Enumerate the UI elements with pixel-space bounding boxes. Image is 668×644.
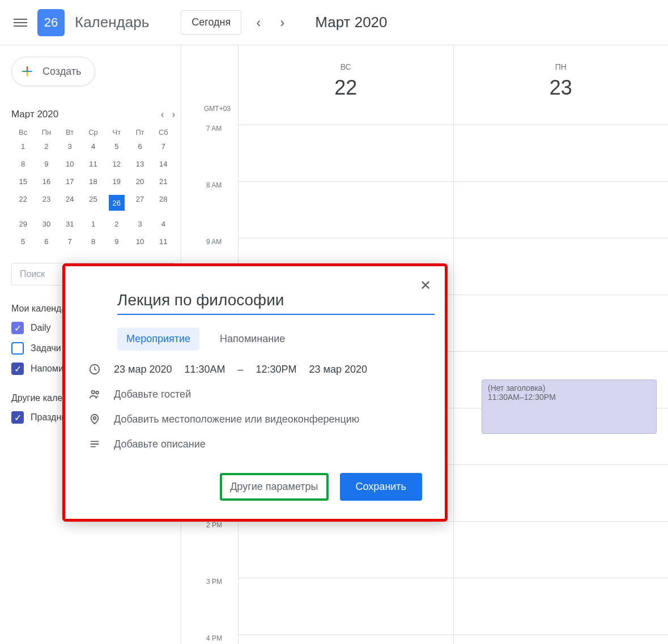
mini-prev-icon[interactable]: ‹ — [161, 109, 164, 119]
timezone-label: GMT+03 — [204, 105, 231, 113]
mini-day-cell[interactable]: 26 — [105, 191, 128, 214]
location-label: Добавить местоположение или видеоконфере… — [114, 413, 359, 425]
hour-row[interactable] — [238, 125, 668, 181]
close-icon[interactable]: ✕ — [420, 278, 431, 293]
next-week-icon[interactable]: › — [280, 15, 284, 31]
mini-day-cell[interactable]: 5 — [11, 234, 35, 249]
checkbox-icon[interactable]: ✓ — [11, 411, 24, 424]
mini-day-header: Чт — [105, 128, 128, 137]
calendar-label: Задачи — [31, 343, 61, 353]
mini-day-cell[interactable]: 17 — [58, 174, 82, 189]
mini-day-cell[interactable]: 11 — [82, 156, 105, 172]
mini-day-cell[interactable]: 27 — [128, 191, 151, 214]
app-title: Календарь — [75, 14, 149, 31]
mini-day-cell[interactable]: 8 — [11, 156, 35, 172]
checkbox-icon[interactable] — [11, 342, 24, 355]
mini-day-cell[interactable]: 23 — [35, 191, 58, 214]
mini-day-cell[interactable]: 20 — [128, 174, 151, 189]
start-date: 23 мар 2020 — [114, 364, 172, 376]
mini-day-cell[interactable]: 4 — [82, 139, 105, 154]
hour-row[interactable] — [238, 521, 668, 578]
today-button[interactable]: Сегодня — [181, 10, 241, 35]
mini-day-cell[interactable]: 28 — [152, 191, 175, 214]
mini-day-cell[interactable]: 6 — [128, 139, 151, 154]
event-title: (Нет заголовка) — [488, 383, 650, 393]
mini-day-cell[interactable]: 4 — [152, 216, 175, 232]
mini-day-cell[interactable]: 16 — [35, 174, 58, 189]
hour-row[interactable] — [238, 578, 668, 634]
mini-day-header: Сб — [152, 128, 175, 137]
event-title-input[interactable] — [117, 289, 435, 315]
clock-icon — [88, 363, 101, 376]
hour-label: 2 PM — [206, 521, 226, 578]
hamburger-icon[interactable] — [14, 16, 27, 29]
mini-day-cell[interactable]: 7 — [58, 234, 82, 249]
mini-day-cell[interactable]: 19 — [105, 174, 128, 189]
event-dialog: ✕ Мероприятие Напоминание 23 мар 2020 11… — [62, 263, 448, 522]
mini-day-cell[interactable]: 14 — [152, 156, 175, 172]
mini-day-cell[interactable]: 6 — [35, 234, 58, 249]
mini-day-cell[interactable]: 1 — [11, 139, 35, 154]
tab-event[interactable]: Мероприятие — [117, 327, 199, 351]
mini-day-cell[interactable]: 3 — [58, 139, 82, 154]
mini-day-cell[interactable]: 1 — [82, 216, 105, 232]
hour-row[interactable] — [238, 181, 668, 238]
mini-day-cell[interactable]: 21 — [152, 174, 175, 189]
save-button[interactable]: Сохранить — [340, 473, 422, 501]
hour-label: 3 PM — [206, 578, 226, 634]
mini-day-cell[interactable]: 2 — [35, 139, 58, 154]
mini-day-cell[interactable]: 31 — [58, 216, 82, 232]
mini-day-cell[interactable]: 10 — [58, 156, 82, 172]
event-time: 11:30AM–12:30PM — [488, 393, 650, 402]
checkbox-icon[interactable]: ✓ — [11, 322, 24, 334]
mini-day-cell[interactable]: 9 — [105, 234, 128, 249]
mini-day-cell[interactable]: 2 — [105, 216, 128, 232]
mini-day-cell[interactable]: 29 — [11, 216, 35, 232]
mini-day-header: Вт — [58, 128, 82, 137]
mini-day-cell[interactable]: 10 — [128, 234, 151, 249]
mini-day-header: Вс — [11, 128, 35, 137]
svg-point-1 — [92, 391, 95, 394]
mini-day-cell[interactable]: 3 — [128, 216, 151, 232]
plus-icon — [20, 64, 35, 79]
guests-row[interactable]: Добавьте гостей — [88, 388, 422, 400]
event-block[interactable]: (Нет заголовка) 11:30AM–12:30PM — [482, 379, 657, 434]
mini-day-cell[interactable]: 9 — [35, 156, 58, 172]
mini-day-cell[interactable]: 12 — [105, 156, 128, 172]
hour-row[interactable] — [238, 634, 668, 644]
mini-day-cell[interactable]: 13 — [128, 156, 151, 172]
create-button[interactable]: Создать — [11, 57, 95, 86]
mini-cal-month: Март 2020 — [11, 109, 58, 120]
mini-day-header: Пн — [35, 128, 58, 137]
mini-day-cell[interactable]: 22 — [11, 191, 35, 214]
datetime-row[interactable]: 23 мар 2020 11:30AM – 12:30PM 23 мар 202… — [88, 363, 422, 376]
description-row[interactable]: Добавьте описание — [88, 438, 422, 450]
mini-day-cell[interactable]: 18 — [82, 174, 105, 189]
mini-day-cell[interactable]: 30 — [35, 216, 58, 232]
location-row[interactable]: Добавить местоположение или видеоконфере… — [88, 413, 422, 425]
start-time: 11:30AM — [184, 364, 225, 376]
mini-day-cell[interactable]: 24 — [58, 191, 82, 214]
mini-day-cell[interactable]: 8 — [82, 234, 105, 249]
create-label: Создать — [42, 66, 81, 78]
guests-label: Добавьте гостей — [114, 389, 191, 400]
hour-label: 7 AM — [206, 125, 226, 181]
description-label: Добавьте описание — [114, 438, 206, 450]
calendar-logo: 26 — [37, 9, 65, 36]
tab-reminder[interactable]: Напоминание — [211, 327, 294, 351]
mini-day-cell[interactable]: 25 — [82, 191, 105, 214]
description-icon — [88, 438, 101, 450]
more-options-button[interactable]: Другие параметры — [220, 473, 328, 501]
prev-week-icon[interactable]: ‹ — [256, 15, 261, 31]
mini-day-cell[interactable]: 15 — [11, 174, 35, 189]
svg-point-3 — [93, 417, 96, 420]
mini-day-cell[interactable]: 11 — [152, 234, 175, 249]
checkbox-icon[interactable]: ✓ — [11, 362, 24, 375]
day-number: 23 — [454, 76, 669, 100]
hour-label: 8 AM — [206, 181, 226, 238]
mini-calendar: Март 2020 ‹ › ВсПнВтСрЧтПтСб123456789101… — [11, 109, 175, 249]
mini-day-cell[interactable]: 7 — [152, 139, 175, 154]
topbar: 26 Календарь Сегодня ‹ › Март 2020 — [0, 0, 668, 45]
mini-day-cell[interactable]: 5 — [105, 139, 128, 154]
mini-next-icon[interactable]: › — [172, 109, 175, 119]
